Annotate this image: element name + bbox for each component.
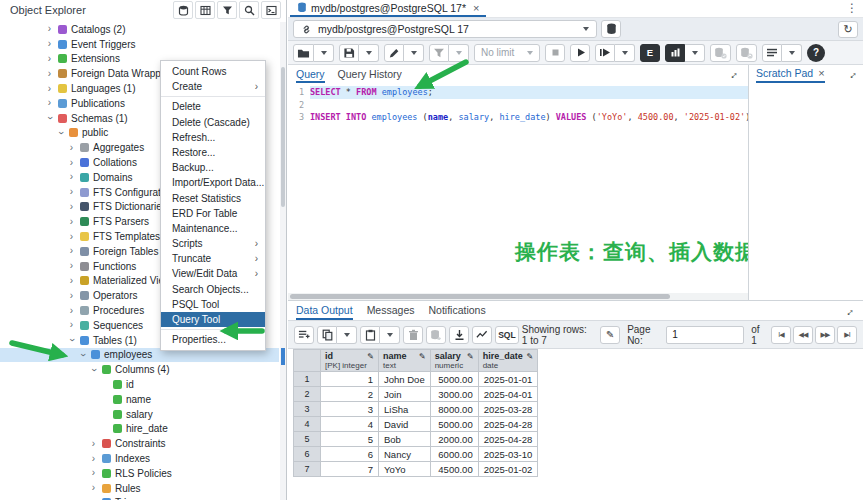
- open-file-dropdown[interactable]: [314, 44, 334, 62]
- tree-chevron-icon[interactable]: ›: [67, 202, 76, 212]
- connection-selector[interactable]: mydb/postgres@PostgreSQL 17: [293, 20, 597, 38]
- tree-chevron-icon[interactable]: ›: [67, 158, 76, 168]
- new-connection-button[interactable]: [601, 20, 621, 38]
- tree-item-rules[interactable]: ›Rules: [0, 481, 279, 496]
- tree-chevron-icon[interactable]: ›: [67, 261, 76, 271]
- terminal-icon[interactable]: [261, 1, 281, 19]
- cell-hire-date[interactable]: 2025-01-01: [478, 372, 538, 387]
- tab-query-history[interactable]: Query History: [338, 65, 402, 83]
- tab-notifications[interactable]: Notifications: [428, 301, 485, 320]
- execute-button[interactable]: [570, 44, 590, 62]
- sql-line-2[interactable]: 2: [288, 99, 748, 112]
- tree-chevron-icon[interactable]: ›: [45, 54, 54, 64]
- tree-scrollbar[interactable]: [280, 22, 286, 500]
- menu-item-count-rows[interactable]: Count Rows: [161, 64, 265, 79]
- row-number-cell[interactable]: 7: [294, 462, 321, 477]
- tree-chevron-icon[interactable]: ›: [78, 350, 88, 359]
- cell-salary[interactable]: 2000.00: [430, 432, 478, 447]
- column-header-salary[interactable]: salary✎numeric: [430, 350, 478, 372]
- explain-button[interactable]: E: [640, 44, 660, 62]
- tab-data-output[interactable]: Data Output: [296, 301, 353, 320]
- cell-id[interactable]: 2: [321, 387, 379, 402]
- execute-options-button[interactable]: [595, 44, 615, 62]
- save-dropdown[interactable]: [359, 44, 379, 62]
- help-icon[interactable]: ?: [807, 44, 825, 62]
- tree-chevron-icon[interactable]: ›: [67, 320, 76, 330]
- menu-item-delete-cascade[interactable]: Delete (Cascade): [161, 115, 265, 130]
- column-header-id[interactable]: id✎[PK] integer: [321, 350, 379, 372]
- menu-item-view-edit-data[interactable]: View/Edit Data›: [161, 266, 265, 281]
- close-icon[interactable]: ×: [473, 2, 479, 14]
- cell-name[interactable]: Join: [379, 387, 431, 402]
- cell-salary[interactable]: 5000.00: [430, 417, 478, 432]
- menu-item-properties[interactable]: Properties...: [161, 332, 265, 347]
- tree-chevron-icon[interactable]: ›: [45, 84, 54, 94]
- menu-item-create[interactable]: Create›: [161, 79, 265, 94]
- row-number-cell[interactable]: 6: [294, 447, 321, 462]
- expand-panel-icon[interactable]: ↔: [840, 302, 856, 318]
- tree-item-rls-policies[interactable]: ›RLS Policies: [0, 466, 279, 481]
- edit-dropdown[interactable]: [404, 44, 424, 62]
- visualize-data-button[interactable]: [472, 326, 492, 344]
- pencil-icon[interactable]: ✎: [367, 352, 374, 361]
- cell-hire-date[interactable]: 2025-04-28: [478, 417, 538, 432]
- explain-analyze-button[interactable]: [665, 44, 685, 62]
- sql-line-3[interactable]: 3INSERT INTO employees (name, salary, hi…: [288, 111, 748, 124]
- cell-hire-date[interactable]: 2025-03-28: [478, 402, 538, 417]
- tree-item-hire-date[interactable]: ›hire_date: [0, 422, 279, 437]
- download-button[interactable]: [449, 326, 469, 344]
- sql-editor[interactable]: 1SELECT * FROM employees;23INSERT INTO e…: [288, 83, 748, 293]
- cell-salary[interactable]: 4500.00: [430, 462, 478, 477]
- tree-chevron-icon[interactable]: ›: [45, 69, 54, 79]
- menu-item-restore[interactable]: Restore...: [161, 145, 265, 160]
- menu-item-delete[interactable]: Delete: [161, 99, 265, 114]
- execute-options-dropdown[interactable]: [615, 44, 635, 62]
- row-number-cell[interactable]: 2: [294, 387, 321, 402]
- tree-chevron-icon[interactable]: ›: [89, 468, 98, 478]
- table-view-icon[interactable]: [195, 1, 215, 19]
- cell-salary[interactable]: 5000.00: [430, 372, 478, 387]
- prev-page-button[interactable]: ◀◀: [793, 326, 813, 344]
- tree-scrollbar-thumb[interactable]: [281, 67, 285, 207]
- menu-item-search-objects[interactable]: Search Objects...: [161, 282, 265, 297]
- sql-line-1[interactable]: 1SELECT * FROM employees;: [288, 86, 748, 99]
- save-button[interactable]: [339, 44, 359, 62]
- row-number-cell[interactable]: 3: [294, 402, 321, 417]
- filter-dropdown[interactable]: [449, 44, 469, 62]
- menu-item-psql-tool[interactable]: PSQL Tool: [161, 297, 265, 312]
- filter-button[interactable]: [429, 44, 449, 62]
- cell-salary[interactable]: 6000.00: [430, 447, 478, 462]
- commit-button[interactable]: [710, 44, 731, 62]
- cell-hire-date[interactable]: 2025-01-02: [478, 462, 538, 477]
- menu-item-scripts[interactable]: Scripts›: [161, 236, 265, 251]
- first-page-button[interactable]: I◀: [771, 326, 791, 344]
- menu-item-query-tool[interactable]: Query Tool: [161, 312, 265, 327]
- tab-query[interactable]: Query: [296, 65, 325, 83]
- tree-chevron-icon[interactable]: ›: [67, 291, 76, 301]
- menu-item-import-export-data[interactable]: Import/Export Data...: [161, 175, 265, 190]
- menu-item-backup[interactable]: Backup...: [161, 160, 265, 175]
- editor-horizontal-scrollbar[interactable]: [288, 293, 748, 300]
- cell-salary[interactable]: 8000.00: [430, 402, 478, 417]
- tree-chevron-icon[interactable]: ›: [67, 336, 77, 345]
- row-limit-select[interactable]: No limit: [474, 44, 540, 62]
- tree-chevron-icon[interactable]: ›: [67, 217, 76, 227]
- scratch-pad-tab[interactable]: Scratch Pad ×: [756, 65, 825, 83]
- copy-button[interactable]: [317, 326, 337, 344]
- tree-chevron-icon[interactable]: ›: [45, 39, 54, 49]
- scratch-pad-body[interactable]: [749, 83, 863, 300]
- tree-chevron-icon[interactable]: ›: [67, 232, 76, 242]
- cell-hire-date[interactable]: 2025-03-10: [478, 447, 538, 462]
- tree-chevron-icon[interactable]: ›: [67, 276, 76, 286]
- pencil-icon[interactable]: ✎: [419, 352, 426, 361]
- tree-item-event-triggers[interactable]: ›Event Triggers: [0, 37, 279, 52]
- cell-id[interactable]: 4: [321, 417, 379, 432]
- cell-name[interactable]: John Doe: [379, 372, 431, 387]
- tree-chevron-icon[interactable]: ›: [45, 114, 55, 123]
- menu-item-refresh[interactable]: Refresh...: [161, 130, 265, 145]
- edit-button[interactable]: [384, 44, 404, 62]
- tree-item-catalogs-2[interactable]: ›Catalogs (2): [0, 22, 279, 37]
- tree-chevron-icon[interactable]: ›: [89, 454, 98, 464]
- cell-id[interactable]: 3: [321, 402, 379, 417]
- tree-item-columns-4[interactable]: ›Columns (4): [0, 362, 279, 377]
